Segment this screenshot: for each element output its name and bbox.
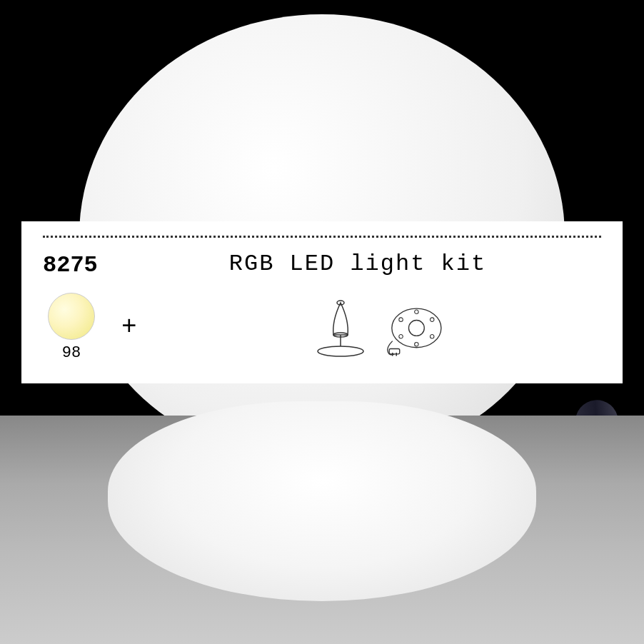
svg-point-4 (392, 308, 441, 348)
plus-sign: + (121, 313, 137, 342)
dotted-divider (43, 236, 601, 238)
globe-bottom (108, 401, 536, 601)
svg-point-10 (399, 334, 403, 338)
svg-point-7 (430, 317, 433, 321)
svg-point-5 (408, 320, 424, 336)
color-swatch-container: 98 (43, 293, 100, 362)
info-panel: 8275 RGB LED light kit 98 + (21, 221, 623, 383)
led-kit-illustration (159, 296, 601, 360)
lamp-cone-icon (312, 296, 369, 360)
svg-point-8 (430, 334, 433, 338)
components-row: 98 + (43, 293, 601, 362)
svg-point-11 (399, 317, 403, 321)
svg-point-6 (414, 310, 418, 313)
color-code: 98 (62, 344, 81, 362)
svg-rect-14 (389, 348, 400, 353)
product-number: 8275 (43, 252, 129, 278)
product-header-row: 8275 RGB LED light kit (43, 251, 601, 278)
svg-point-9 (414, 342, 418, 346)
svg-point-0 (318, 346, 363, 356)
color-circle-warm (48, 293, 95, 340)
led-base-icon (376, 303, 448, 360)
product-name: RGB LED light kit (129, 251, 601, 277)
